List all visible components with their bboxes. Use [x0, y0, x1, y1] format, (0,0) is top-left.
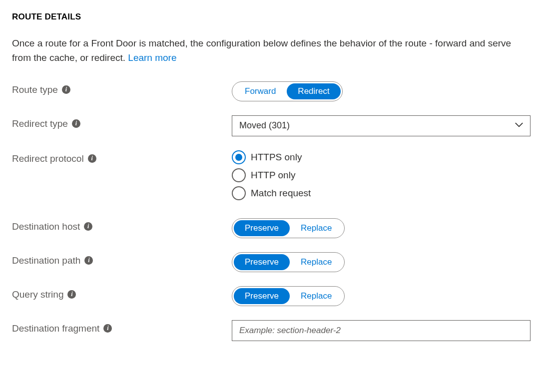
label-destination-host-text: Destination host: [12, 221, 80, 232]
label-query-string: Query string i: [12, 286, 232, 300]
row-destination-fragment: Destination fragment i: [12, 320, 529, 341]
redirect-type-select[interactable]: Moved (301): [232, 115, 531, 136]
info-icon[interactable]: i: [84, 222, 92, 231]
destination-fragment-input[interactable]: [232, 320, 531, 341]
query-string-replace-pill[interactable]: Replace: [290, 288, 343, 304]
info-icon[interactable]: i: [67, 290, 76, 299]
row-destination-host: Destination host i Preserve Replace: [12, 218, 529, 238]
radio-icon: [232, 150, 246, 164]
label-redirect-protocol: Redirect protocol i: [12, 150, 232, 164]
label-route-type-text: Route type: [12, 84, 58, 95]
destination-host-toggle: Preserve Replace: [232, 218, 345, 238]
route-type-redirect-pill[interactable]: Redirect: [287, 83, 340, 99]
row-query-string: Query string i Preserve Replace: [12, 286, 529, 306]
route-type-toggle: Forward Redirect: [232, 81, 343, 101]
info-icon[interactable]: i: [103, 324, 112, 333]
redirect-type-value: Moved (301): [232, 115, 531, 136]
label-redirect-protocol-text: Redirect protocol: [12, 153, 84, 164]
radio-dot-icon: [235, 154, 242, 161]
row-redirect-type: Redirect type i Moved (301): [12, 115, 529, 136]
destination-host-preserve-pill[interactable]: Preserve: [234, 220, 290, 236]
row-route-type: Route type i Forward Redirect: [12, 81, 529, 101]
label-destination-path: Destination path i: [12, 252, 232, 266]
row-destination-path: Destination path i Preserve Replace: [12, 252, 529, 272]
radio-icon: [232, 168, 246, 182]
info-icon[interactable]: i: [72, 119, 80, 128]
destination-path-preserve-pill[interactable]: Preserve: [234, 254, 290, 270]
learn-more-link[interactable]: Learn more: [128, 52, 176, 63]
destination-host-replace-pill[interactable]: Replace: [290, 220, 343, 236]
info-icon[interactable]: i: [84, 256, 93, 265]
label-redirect-type-text: Redirect type: [12, 118, 68, 129]
info-icon[interactable]: i: [88, 154, 96, 163]
redirect-protocol-https-radio[interactable]: HTTPS only: [232, 150, 529, 164]
section-description: Once a route for a Front Door is matched…: [12, 36, 529, 65]
label-destination-path-text: Destination path: [12, 255, 80, 266]
destination-path-replace-pill[interactable]: Replace: [290, 254, 343, 270]
radio-label-https: HTTPS only: [251, 152, 302, 163]
info-icon[interactable]: i: [62, 85, 70, 94]
query-string-preserve-pill[interactable]: Preserve: [234, 288, 290, 304]
query-string-toggle: Preserve Replace: [232, 286, 345, 306]
label-destination-fragment: Destination fragment i: [12, 320, 232, 334]
label-destination-fragment-text: Destination fragment: [12, 323, 99, 334]
label-redirect-type: Redirect type i: [12, 115, 232, 129]
redirect-protocol-match-radio[interactable]: Match request: [232, 186, 529, 200]
destination-path-toggle: Preserve Replace: [232, 252, 345, 272]
radio-label-http: HTTP only: [251, 170, 295, 181]
label-destination-host: Destination host i: [12, 218, 232, 232]
description-text: Once a route for a Front Door is matched…: [12, 38, 511, 63]
radio-icon: [232, 186, 246, 200]
radio-label-match: Match request: [251, 188, 311, 199]
route-type-forward-pill[interactable]: Forward: [234, 83, 287, 99]
label-query-string-text: Query string: [12, 289, 63, 300]
section-title: ROUTE DETAILS: [12, 12, 529, 22]
row-redirect-protocol: Redirect protocol i HTTPS only HTTP only…: [12, 150, 529, 204]
redirect-protocol-http-radio[interactable]: HTTP only: [232, 168, 529, 182]
label-route-type: Route type i: [12, 81, 232, 95]
